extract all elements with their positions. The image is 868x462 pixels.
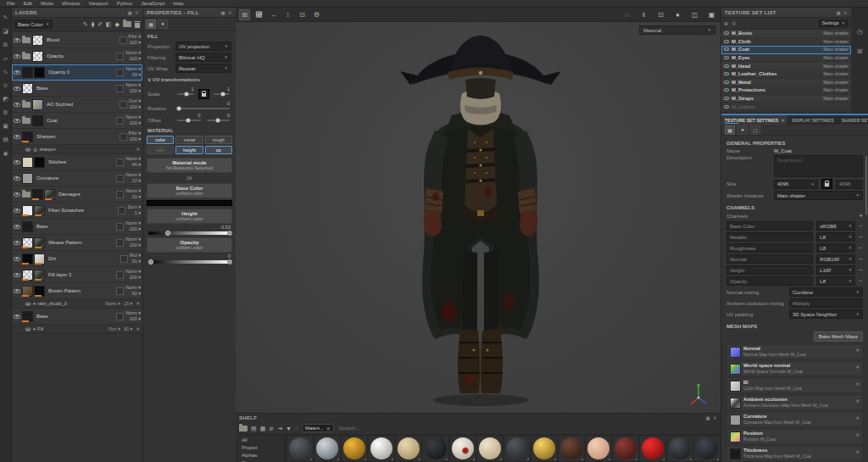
layer-opacity-dropdown[interactable]: 100 ▾ [130,242,141,248]
display-mode-icon[interactable]: ⊡ [655,9,666,20]
layer-thumbnail[interactable] [22,157,33,168]
base-color-mode-button[interactable]: Base Color uniform color [147,183,232,198]
visibility-toggle-icon[interactable] [14,160,20,164]
visibility-toggle-icon[interactable] [14,103,20,107]
visibility-toggle-icon[interactable] [14,135,20,139]
properties-tab-image-icon[interactable]: ▦ [146,19,156,29]
close-icon[interactable]: ✕ [843,10,848,15]
blend-mode-dropdown[interactable]: Mul ▾ [130,253,141,259]
opacity-mode-button[interactable]: Opacity uniform color [147,237,232,253]
menu-item-viewport[interactable]: Viewport [84,0,112,8]
normal-mixing-dropdown[interactable]: Combine▼ [789,287,863,297]
texture-set-row[interactable]: M_CoatMain shader [721,46,851,54]
channel-toggle-color[interactable]: color [147,136,174,144]
blend-mode-dropdown[interactable]: Norm ▾ [125,82,141,88]
layer-row[interactable]: StitchesNorm ▾46 ▾ [12,154,142,170]
magnifier-icon[interactable]: ◌ [621,9,632,20]
opacity-slider[interactable]: 0 [148,260,231,264]
blend-mode-dropdown[interactable]: Norm ▾ [125,66,141,72]
tab-display-settings[interactable]: DISPLAY SETTINGS [788,115,837,125]
channel-name-field[interactable]: Base Color [726,221,813,231]
menu-item-python[interactable]: Python [113,0,137,8]
tab-texture-set-settings[interactable]: TEXTURE SET SETTINGS✕ [721,115,788,125]
channel-name-field[interactable]: Height [726,265,813,275]
remove-channel-button[interactable]: − [859,245,863,252]
add-effect-icon[interactable]: ✎ [83,21,88,28]
visibility-toggle-icon[interactable] [724,88,729,92]
material-sphere-tile[interactable] [287,436,313,461]
clear-mesh-map-icon[interactable]: ✕ [855,348,860,353]
dock-icon[interactable]: ▣ [706,415,711,420]
texture-set-row[interactable]: M_HeadMain shader [721,62,851,70]
visibility-toggle-icon[interactable] [14,192,20,197]
dock-icon[interactable]: ▣ [837,10,842,15]
layer-opacity-dropdown[interactable]: 39 ▾ [132,72,141,78]
blend-mode-dropdown[interactable]: Pthr ▾ [129,34,141,40]
layer-thumbnail[interactable] [34,67,45,78]
mirror-vertical-icon[interactable]: ↕ [282,9,293,20]
effect-opacity-dropdown[interactable]: 30 ▾ [124,326,132,331]
layer-thumbnail[interactable] [22,173,33,184]
effect-blend-dropdown[interactable]: Ovrl ▾ [108,326,120,331]
dock-panel-icon[interactable]: ⊞ [857,47,863,55]
layer-opacity-dropdown[interactable]: 100 ▾ [130,316,141,322]
remove-channel-button[interactable]: − [859,267,863,274]
screenshot-camera-icon[interactable]: ▣ [706,9,717,20]
layer-row[interactable]: CurvatureNorm ▾22 ▾ [12,170,142,186]
visibility-toggle-icon[interactable] [14,70,20,75]
log-panel-icon[interactable]: ▤ [3,136,8,142]
character-model[interactable] [397,34,565,409]
layer-row[interactable]: AO StylizedOvrl ▾100 ▾ [12,97,142,113]
add-paint-layer-icon[interactable]: ✐ [97,21,103,28]
uv-view-icon[interactable]: ⿙ [253,9,264,20]
channel-format-dropdown[interactable]: L8▼ [816,276,855,286]
visibility-toggle-icon[interactable] [724,47,729,51]
dock-icon[interactable]: ▣ [221,10,226,15]
channel-format-dropdown[interactable]: L8▼ [816,232,855,242]
blend-mode-dropdown[interactable]: Norm ▾ [125,172,141,178]
layer-opacity-dropdown[interactable]: 100 ▾ [130,40,141,46]
polygon-fill-tool-icon[interactable]: ▱ [3,55,8,61]
layer-row[interactable]: Opacity 0Norm ▾39 ▾ [12,64,142,81]
layer-row[interactable]: BaseNorm ▾100 ▾ [12,81,142,97]
description-field[interactable]: Description [774,155,863,177]
visibility-toggle-icon[interactable] [14,176,20,181]
uv-padding-dropdown[interactable]: 3D Space Neighbor▼ [789,309,863,319]
layer-opacity-dropdown[interactable]: 100 ▾ [130,136,141,142]
projection-tool-icon[interactable]: ⊞ [3,42,8,47]
material-sphere-tile[interactable] [423,436,448,461]
layer-opacity-dropdown[interactable]: 31 ▾ [132,259,141,264]
clear-mesh-map-icon[interactable]: ✕ [855,432,860,437]
height-slider[interactable]: -0.53 [148,231,231,235]
offset-slider-u[interactable]: 0 [177,120,201,121]
viewport-settings-icon[interactable]: ⚙ [311,9,322,20]
history-clock-icon[interactable]: ◷ [857,28,863,36]
layer-opacity-dropdown[interactable]: 100 ▾ [130,120,141,126]
clear-mesh-map-icon[interactable]: ✕ [855,365,860,370]
blend-mode-dropdown[interactable]: Norm ▾ [125,285,141,291]
filter-tag-chip[interactable]: Materi... ✕ [302,424,334,432]
material-sphere-tile[interactable] [396,436,421,461]
material-sphere-tile[interactable] [531,436,557,461]
visibility-toggle-icon[interactable] [14,86,20,91]
layer-opacity-dropdown[interactable]: 100 ▾ [130,226,141,232]
shelf-category-project[interactable]: Project [242,444,284,452]
settings-tab-sphere-icon[interactable]: ● [737,125,748,135]
layer-row[interactable]: SharpenPthr ▾100 ▾ [12,129,142,145]
eraser-tool-icon[interactable]: ◪ [3,28,8,34]
visibility-toggle-icon[interactable] [724,64,729,68]
blend-mode-dropdown[interactable]: Ovrl ▾ [129,98,141,104]
layer-thumbnail[interactable] [32,99,43,110]
frame-selection-icon[interactable]: ⊡ [297,9,308,20]
add-smart-material-icon[interactable]: ⧫ [92,21,94,28]
uv-transformations-collapse[interactable]: ∨ UV transformations [143,74,236,84]
menu-item-window[interactable]: Window [58,0,84,8]
remove-effect-icon[interactable]: ✕ [136,147,140,152]
visibility-toggle-icon[interactable] [14,314,20,319]
texture-set-row[interactable]: M_Leather [721,103,851,111]
layer-opacity-dropdown[interactable]: 46 ▾ [132,162,141,168]
remove-channel-button[interactable]: − [859,256,863,263]
blend-mode-dropdown[interactable]: Norm ▾ [125,269,141,275]
blend-mode-dropdown[interactable]: Norm ▾ [125,188,141,194]
layer-opacity-dropdown[interactable]: 100 ▾ [130,56,141,62]
